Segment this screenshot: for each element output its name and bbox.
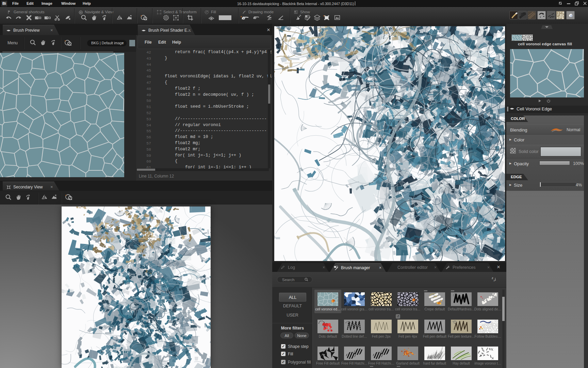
svg-text:Z: Z: [492, 277, 493, 280]
svg-text:A: A: [493, 280, 495, 282]
